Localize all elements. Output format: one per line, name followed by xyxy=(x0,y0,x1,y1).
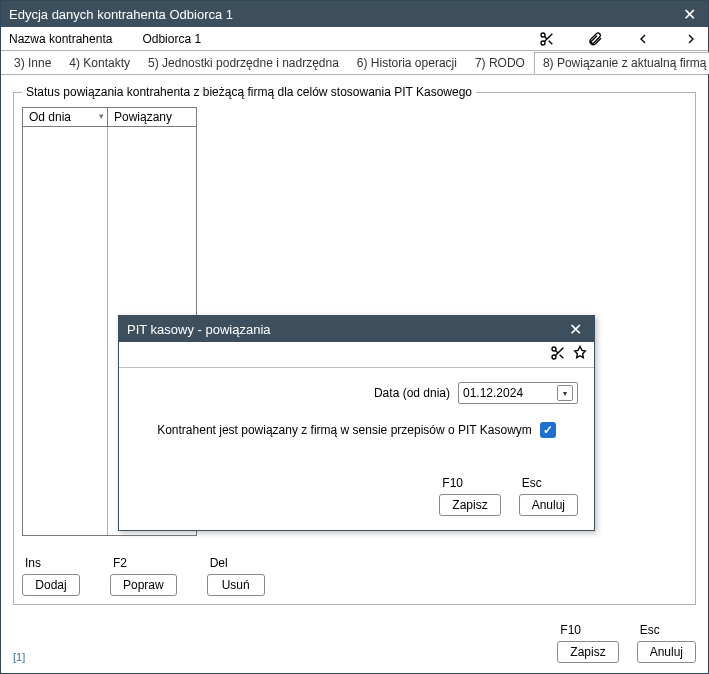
footer-shortcut-esc: Esc xyxy=(637,623,660,637)
grid-header: Od dnia ▾ Powiązany xyxy=(23,108,196,127)
svg-line-9 xyxy=(555,350,558,353)
record-counter: [1] xyxy=(13,651,25,663)
modal-close-icon[interactable]: ✕ xyxy=(565,320,586,339)
contractor-name-value: Odbiorca 1 xyxy=(142,32,201,46)
modal-save-button[interactable]: Zapisz xyxy=(439,494,500,516)
add-button[interactable]: Dodaj xyxy=(22,574,80,596)
window-title: Edycja danych kontrahenta Odbiorca 1 xyxy=(9,7,679,22)
modal-titlebar: PIT kasowy - powiązania ✕ xyxy=(119,316,594,342)
checkbox-row: Kontrahent jest powiązany z firmą w sens… xyxy=(135,422,578,438)
main-window: Edycja danych kontrahenta Odbiorca 1 ✕ N… xyxy=(0,0,709,674)
date-value: 01.12.2024 xyxy=(463,386,523,400)
date-row: Data (od dnia) 01.12.2024 ▾ xyxy=(135,382,578,404)
checkbox-label: Kontrahent jest powiązany z firmą w sens… xyxy=(157,423,532,437)
prev-icon[interactable] xyxy=(634,30,652,48)
modal-body: Data (od dnia) 01.12.2024 ▾ Kontrahent j… xyxy=(119,368,594,472)
close-icon[interactable]: ✕ xyxy=(679,5,700,24)
date-input[interactable]: 01.12.2024 ▾ xyxy=(458,382,578,404)
linked-checkbox[interactable]: ✓ xyxy=(540,422,556,438)
svg-line-8 xyxy=(560,355,564,359)
filter-icon[interactable]: ▾ xyxy=(99,111,104,121)
content-area: Status powiązania kontrahenta z bieżącą … xyxy=(1,75,708,617)
tab-7-rodo[interactable]: 7) RODO xyxy=(466,52,534,74)
modal-footer: F10 Zapisz Esc Anuluj xyxy=(119,472,594,530)
modal-scissors-icon[interactable] xyxy=(550,345,566,364)
modal-cancel-button[interactable]: Anuluj xyxy=(519,494,578,516)
modal-shortcut-f10: F10 xyxy=(439,476,463,490)
modal-toolbar xyxy=(119,342,594,368)
tab-5-jednostki[interactable]: 5) Jednostki podrzędne i nadrzędna xyxy=(139,52,348,74)
contractor-name-label: Nazwa kontrahenta xyxy=(9,32,112,46)
tab-8-powiazanie[interactable]: 8) Powiązanie z aktualną firmą xyxy=(534,52,709,74)
tab-4-kontakty[interactable]: 4) Kontakty xyxy=(60,52,139,74)
svg-point-0 xyxy=(541,33,545,37)
modal-pin-icon[interactable] xyxy=(572,345,588,364)
shortcut-ins: Ins xyxy=(22,556,80,570)
svg-point-1 xyxy=(541,41,545,45)
edit-button[interactable]: Popraw xyxy=(110,574,177,596)
column-powiazany[interactable]: Powiązany xyxy=(108,108,196,126)
svg-line-3 xyxy=(549,40,553,44)
date-label: Data (od dnia) xyxy=(374,386,450,400)
subheader: Nazwa kontrahenta Odbiorca 1 xyxy=(1,27,708,51)
svg-line-4 xyxy=(544,36,547,39)
tab-6-historia[interactable]: 6) Historia operacji xyxy=(348,52,466,74)
svg-point-6 xyxy=(552,355,556,359)
next-icon[interactable] xyxy=(682,30,700,48)
shortcut-f2: F2 xyxy=(110,556,177,570)
svg-point-5 xyxy=(552,347,556,351)
status-legend: Status powiązania kontrahenta z bieżącą … xyxy=(22,85,476,99)
delete-button[interactable]: Usuń xyxy=(207,574,265,596)
window-footer: [1] F10 Zapisz Esc Anuluj xyxy=(1,617,708,673)
tabstrip: 3) Inne 4) Kontakty 5) Jednostki podrzęd… xyxy=(1,51,708,75)
scissors-icon[interactable] xyxy=(538,30,556,48)
footer-cancel-button[interactable]: Anuluj xyxy=(637,641,696,663)
modal-title: PIT kasowy - powiązania xyxy=(127,322,565,337)
shortcut-del: Del xyxy=(207,556,265,570)
window-titlebar: Edycja danych kontrahenta Odbiorca 1 ✕ xyxy=(1,1,708,27)
footer-save-button[interactable]: Zapisz xyxy=(557,641,618,663)
column-od-dnia[interactable]: Od dnia ▾ xyxy=(23,108,108,126)
date-dropdown-icon[interactable]: ▾ xyxy=(557,385,573,401)
fieldset-actions: Ins Dodaj F2 Popraw Del Usuń xyxy=(22,556,265,596)
paperclip-icon[interactable] xyxy=(586,30,604,48)
tab-3-inne[interactable]: 3) Inne xyxy=(5,52,60,74)
modal-shortcut-esc: Esc xyxy=(519,476,542,490)
footer-shortcut-f10: F10 xyxy=(557,623,581,637)
modal-pit-kasowy: PIT kasowy - powiązania ✕ Data (od dnia)… xyxy=(118,315,595,531)
